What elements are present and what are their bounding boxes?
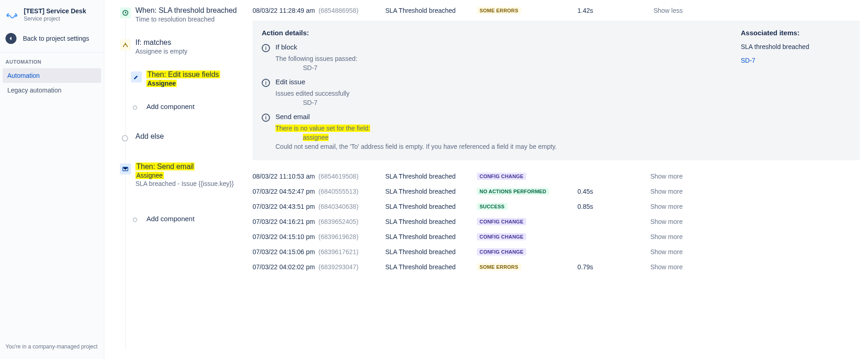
rule-add-else[interactable]: Add else: [120, 132, 245, 141]
audit-run-id: (6854619508): [317, 173, 358, 180]
detail-edit-title: Edit issue: [275, 78, 305, 86]
mail-icon: [120, 163, 131, 174]
audit-ts: 07/03/22 04:15:10 pm: [253, 233, 315, 240]
audit-run-id: (6840555513): [317, 188, 358, 195]
audit-row: 07/03/22 04:43:51 pm (6840340638)SLA Thr…: [250, 199, 868, 214]
rule-mail-sub2: SLA breached - Issue {{issue.key}}: [135, 180, 245, 187]
toggle-show-more[interactable]: Show more: [623, 218, 683, 225]
rule-step-send-email[interactable]: Then: Send email Assignee SLA breached -…: [120, 163, 245, 187]
rule-step-edit-issue[interactable]: Then: Edit issue fields Assignee: [120, 71, 245, 87]
back-label: Back to project settings: [23, 35, 89, 42]
audit-ts: 07/03/22 04:43:51 pm: [253, 203, 315, 210]
rule-when-sub: Time to resolution breached: [135, 16, 245, 23]
audit-rule-name: SLA Threshold breached: [385, 7, 477, 14]
toggle-show-more[interactable]: Show more: [623, 233, 683, 240]
rule-mail-sub1: Assignee: [135, 172, 164, 179]
audit-duration: 0.79s: [577, 263, 623, 271]
toggle-show-more[interactable]: Show more: [623, 188, 683, 195]
project-icon: [5, 8, 18, 21]
sidebar-footer: You're in a company-managed project: [0, 337, 104, 359]
add-else-label: Add else: [135, 132, 164, 140]
audit-rule-name: SLA Threshold breached: [385, 263, 477, 271]
audit-duration: 1.42s: [577, 7, 623, 14]
assoc-issue-link[interactable]: SD-7: [741, 57, 851, 64]
rule-step-if[interactable]: If: matches Assignee is empty: [120, 38, 245, 55]
branch-icon: [120, 39, 131, 50]
rule-mail-title: Then: Send email: [135, 163, 194, 170]
rule-when-title: When: SLA threshold breached: [135, 6, 245, 15]
rule-add-component-2[interactable]: Add component: [120, 215, 245, 223]
action-details-heading: Action details:: [262, 29, 722, 37]
detail-mail-hl2: assignee: [303, 134, 329, 141]
rule-if-sub: Assignee is empty: [135, 48, 245, 55]
audit-ts: 08/03/22 11:10:53 am: [253, 173, 315, 180]
detail-ifblock-title: If block: [275, 43, 297, 51]
audit-run-id: (6839619628): [317, 233, 358, 240]
audit-rule-name: SLA Threshold breached: [385, 188, 477, 195]
status-chip: CONFIG CHANGE: [477, 218, 526, 225]
info-icon: i: [262, 44, 270, 52]
sidebar-section-heading: AUTOMATION: [0, 59, 104, 68]
audit-rule-name: SLA Threshold breached: [385, 218, 477, 225]
rule-step-when[interactable]: When: SLA threshold breached Time to res…: [120, 6, 245, 23]
node-dot-icon: [133, 105, 137, 110]
node-dot-icon: [133, 218, 137, 222]
clock-icon: [120, 7, 131, 18]
audit-row: 07/03/22 04:16:21 pm (6839652405)SLA Thr…: [250, 214, 868, 229]
add-component-label: Add component: [146, 215, 194, 223]
status-chip: CONFIG CHANGE: [477, 173, 526, 180]
status-chip: NO ACTIONS PERFORMED: [477, 188, 549, 195]
project-name: [TEST] Service Desk: [24, 7, 86, 15]
audit-run-id: (6840340638): [317, 203, 358, 210]
toggle-show-more[interactable]: Show more: [623, 263, 683, 271]
audit-row: 07/03/22 04:15:10 pm (6839619628)SLA Thr…: [250, 229, 868, 244]
audit-duration: 0.85s: [577, 203, 623, 210]
project-type: Service project: [24, 16, 86, 22]
detail-edit-line2: SD-7: [303, 99, 722, 106]
toggle-show-less[interactable]: Show less: [623, 7, 683, 14]
audit-ts: 07/03/22 04:16:21 pm: [253, 218, 315, 225]
sidebar-item-automation[interactable]: Automation: [3, 68, 101, 83]
detail-mail-hl1: There is no value set for the field:: [275, 125, 370, 132]
audit-ts: 07/03/22 04:15:06 pm: [253, 248, 315, 256]
sidebar-nav: Automation Legacy automation: [0, 68, 104, 98]
audit-log: 08/03/22 11:28:49 am (6854886958) SLA Th…: [250, 0, 868, 359]
info-icon: i: [262, 114, 270, 122]
assoc-items-line: SLA threshold breached: [741, 43, 851, 50]
audit-run-id: (6839617621): [317, 248, 358, 256]
audit-run-id: (6839652405): [317, 218, 358, 225]
audit-ts: 07/03/22 04:52:47 pm: [253, 188, 315, 195]
audit-detail-box: Action details: i If block The following…: [253, 21, 860, 160]
toggle-show-more[interactable]: Show more: [623, 203, 683, 210]
project-header: [TEST] Service Desk Service project: [0, 0, 104, 27]
status-chip: CONFIG CHANGE: [477, 233, 526, 240]
audit-ts: 08/03/22 11:28:49 am: [253, 7, 315, 14]
toggle-show-more[interactable]: Show more: [623, 173, 683, 180]
audit-rule-name: SLA Threshold breached: [385, 173, 477, 180]
audit-rule-name: SLA Threshold breached: [385, 203, 477, 210]
info-icon: i: [262, 79, 270, 87]
add-component-label: Add component: [146, 103, 194, 110]
back-to-project-settings[interactable]: Back to project settings: [0, 27, 104, 52]
rule-if-title: If: matches: [135, 38, 245, 47]
toggle-show-more[interactable]: Show more: [623, 248, 683, 256]
audit-row-expanded: 08/03/22 11:28:49 am (6854886958) SLA Th…: [250, 3, 868, 18]
detail-edit-line1: Issues edited successfully: [275, 90, 722, 97]
rule-add-component-1[interactable]: Add component: [120, 103, 245, 110]
rule-edit-title: Then: Edit issue fields: [146, 71, 220, 78]
rule-builder: When: SLA threshold breached Time to res…: [104, 0, 250, 359]
audit-rule-name: SLA Threshold breached: [385, 248, 477, 256]
detail-mail-line3: Could not send email, the 'To' address f…: [275, 143, 722, 150]
audit-rows: 08/03/22 11:10:53 am (6854619508)SLA Thr…: [250, 169, 868, 274]
sidebar: [TEST] Service Desk Service project Back…: [0, 0, 104, 359]
sidebar-item-legacy-automation[interactable]: Legacy automation: [3, 83, 101, 98]
pencil-icon: [131, 71, 142, 82]
status-chip: SOME ERRORS: [477, 263, 521, 271]
audit-run-id: (6854886958): [318, 7, 358, 14]
assoc-items-heading: Associated items:: [741, 29, 851, 37]
audit-row: 07/03/22 04:02:02 pm (6839293047)SLA Thr…: [250, 259, 868, 274]
sidebar-divider: [0, 52, 104, 53]
detail-ifblock-line2: SD-7: [303, 64, 722, 71]
audit-row: 07/03/22 04:52:47 pm (6840555513)SLA Thr…: [250, 184, 868, 199]
audit-run-id: (6839293047): [317, 263, 358, 271]
